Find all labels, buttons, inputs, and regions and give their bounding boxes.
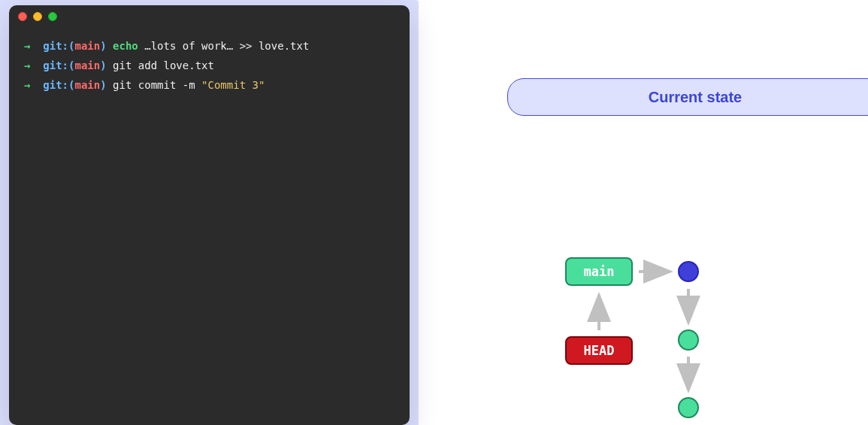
branch-name: main [74,59,100,71]
maximize-icon[interactable] [48,12,57,21]
prompt-arrow-icon: → [24,59,30,71]
terminal-titlebar [9,5,410,28]
branch-name: main [74,40,100,52]
command-name: git [113,59,132,71]
close-icon[interactable] [18,12,27,21]
paren-close: ) [100,40,106,52]
prompt-arrow-icon: → [24,40,30,52]
terminal-line: → git:(main) git commit -m "Commit 3" [24,76,395,96]
command-string: "Commit 3" [201,79,265,91]
state-pill: Current state [507,78,868,116]
commit-dot [678,329,699,351]
head-box: HEAD [565,336,633,365]
command-args-prefix: commit -m [138,79,201,91]
terminal-window: → git:(main) echo …lots of work… >> love… [9,5,410,425]
commit-dot-current [678,261,699,282]
branch-name: main [74,79,100,91]
state-label: Current state [649,89,742,106]
command-name: git [113,79,132,91]
prompt-arrow-icon: → [24,79,30,91]
paren-close: ) [100,79,106,91]
head-label: HEAD [584,343,615,358]
git-prefix: git: [43,40,68,52]
main-branch-label: main [584,264,615,279]
terminal-content: → git:(main) echo …lots of work… >> love… [9,28,410,105]
minimize-icon[interactable] [33,12,42,21]
command-args: add love.txt [138,59,214,71]
paren-close: ) [100,59,106,71]
git-diagram: main HEAD [565,257,715,425]
terminal-line: → git:(main) git add love.txt [24,56,395,76]
command-args: …lots of work… >> love.txt [144,40,309,52]
git-prefix: git: [43,59,68,71]
command-name: echo [113,40,138,52]
commit-dot [678,397,699,418]
main-branch-box: main [565,257,633,286]
terminal-line: → git:(main) echo …lots of work… >> love… [24,37,395,56]
git-prefix: git: [43,79,68,91]
